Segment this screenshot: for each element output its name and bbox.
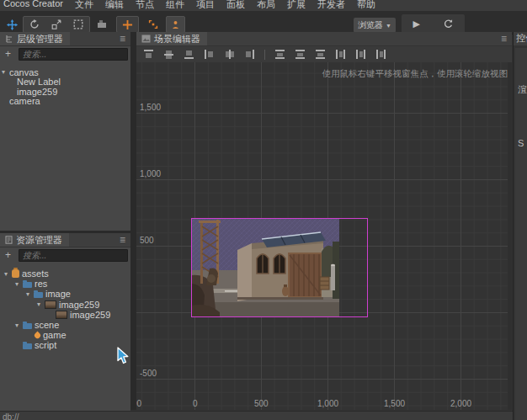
assets-title: 资源管理器 xyxy=(16,234,62,247)
menu-item[interactable]: 面板 xyxy=(226,0,245,11)
menu-bar: Cocos Creator 文件编辑节点组件项目面板布局扩展开发者帮助 xyxy=(0,0,527,11)
vertical-gutter[interactable] xyxy=(130,32,136,410)
x-axis-label: 1,500 xyxy=(384,399,405,408)
node-label: image259 xyxy=(70,310,110,320)
preview-target-dropdown[interactable]: 浏览器 ▼ xyxy=(354,18,396,33)
y-axis-label: -500 xyxy=(140,369,157,378)
scene-tab-title: 场景编辑器 xyxy=(154,33,200,45)
hierarchy-add-button[interactable]: + xyxy=(5,48,11,60)
y-axis-label: 500 xyxy=(140,236,154,245)
hierarchy-search-input[interactable] xyxy=(19,48,128,61)
main-toolbar: 浏览器 ▼ ▶ xyxy=(0,11,527,35)
distribute-hcenter-icon[interactable] xyxy=(355,49,366,60)
play-button[interactable]: ▶ xyxy=(413,19,419,29)
chevron-down-icon: ▼ xyxy=(386,23,391,29)
node-label: scene xyxy=(35,320,59,330)
scale-icon xyxy=(51,19,62,30)
expand-arrow-icon[interactable]: ▾ xyxy=(2,68,9,76)
pivot-toggle-button[interactable] xyxy=(91,16,113,33)
assets-add-button[interactable]: + xyxy=(5,249,11,261)
hierarchy-panel: 层级管理器 ≡ + ▾canvasNew Labelimage259camera xyxy=(0,32,130,231)
asset-node[interactable]: ▾image xyxy=(0,289,130,299)
expand-arrow-icon[interactable]: ▾ xyxy=(26,290,34,298)
node-label: image xyxy=(45,289,71,299)
align-bottom-icon[interactable] xyxy=(184,49,194,60)
assets-tree: ▾assets▾res▾image▾image259image259▾scene… xyxy=(0,267,130,411)
region-tool-button[interactable] xyxy=(143,16,162,33)
menu-item[interactable]: 布局 xyxy=(257,0,275,11)
right-panel-label-2: S xyxy=(518,138,524,148)
asset-node[interactable]: image259 xyxy=(0,310,130,320)
image-thumbnail-icon xyxy=(56,311,67,319)
menu-item[interactable]: 文件 xyxy=(75,0,93,11)
node-label: res xyxy=(35,279,47,289)
tab-right-panel[interactable]: 控件 xyxy=(514,32,527,45)
asset-path-bar: db:// xyxy=(0,411,513,420)
avatar-tool-button[interactable] xyxy=(166,16,185,33)
hierarchy-node[interactable]: ▾canvas xyxy=(0,67,130,77)
rotate-tool-button[interactable] xyxy=(24,17,45,32)
align-toolbar xyxy=(136,46,512,63)
hierarchy-menu-icon[interactable]: ≡ xyxy=(120,33,125,45)
scene-file-icon xyxy=(34,332,42,340)
add-node-button[interactable] xyxy=(116,16,139,33)
asset-node[interactable]: script xyxy=(0,340,130,350)
expand-arrow-icon[interactable]: ▾ xyxy=(4,270,12,278)
avatar-icon xyxy=(170,19,181,30)
assets-menu-icon[interactable]: ≡ xyxy=(120,234,125,246)
align-left-icon[interactable] xyxy=(204,49,215,60)
asset-node[interactable]: ▾scene xyxy=(0,320,130,330)
x-axis-label: 0 xyxy=(193,399,198,408)
expand-arrow-icon[interactable]: ▾ xyxy=(37,300,45,308)
distribute-right-icon[interactable] xyxy=(375,49,386,60)
node-label: New Label xyxy=(17,77,61,87)
node-label: image259 xyxy=(59,300,99,310)
x-axis-label: 1,000 xyxy=(317,399,338,408)
tab-hierarchy[interactable]: 层级管理器 xyxy=(0,32,70,45)
right-panel-label-1: 渲 xyxy=(518,83,527,96)
pivot-icon xyxy=(96,19,108,29)
scene-canvas[interactable]: 使用鼠标右键平移视窗焦点，使用滚轮缩放视图 1,5001,000500-500-… xyxy=(136,62,512,410)
menu-item[interactable]: 开发者 xyxy=(317,0,345,11)
y-axis-label: 1,000 xyxy=(140,169,161,178)
menu-item[interactable]: 项目 xyxy=(196,0,215,11)
selection-box[interactable] xyxy=(191,218,368,317)
scene-menu-icon[interactable]: ≡ xyxy=(501,33,507,45)
hierarchy-node[interactable]: New Label xyxy=(0,77,130,88)
gizmo-tool-group xyxy=(23,16,90,33)
y-axis-label: 1,500 xyxy=(140,103,161,112)
expand-arrow-icon[interactable]: ▾ xyxy=(15,322,23,329)
asset-node[interactable]: game xyxy=(0,330,130,340)
tab-scene-editor[interactable]: 场景编辑器 xyxy=(136,32,207,45)
align-right-icon[interactable] xyxy=(244,49,255,60)
hierarchy-node[interactable]: image259 xyxy=(0,87,130,97)
refresh-button[interactable] xyxy=(443,19,454,29)
rect-tool-button[interactable] xyxy=(67,17,89,32)
align-top-icon[interactable] xyxy=(143,49,154,60)
move-tool-button[interactable] xyxy=(3,16,21,33)
menu-item[interactable]: 扩展 xyxy=(287,0,306,11)
distribute-top-icon[interactable] xyxy=(274,49,285,60)
menu-item[interactable]: 节点 xyxy=(136,0,154,11)
asset-node[interactable]: ▾image259 xyxy=(0,300,130,310)
folder-icon xyxy=(23,323,32,329)
distribute-left-icon[interactable] xyxy=(335,49,346,60)
distribute-bottom-icon[interactable] xyxy=(315,49,326,60)
asset-node[interactable]: ▾res xyxy=(0,279,130,289)
corner-brackets-icon xyxy=(147,19,159,30)
menu-item[interactable]: 组件 xyxy=(166,0,184,11)
folder-icon xyxy=(23,282,32,288)
menu-item[interactable]: 编辑 xyxy=(105,0,124,11)
align-hcenter-icon[interactable] xyxy=(224,49,235,60)
distribute-vcenter-icon[interactable] xyxy=(295,49,306,60)
scene-scrollbar[interactable] xyxy=(508,62,512,410)
scale-tool-button[interactable] xyxy=(45,17,67,32)
assets-search-input[interactable] xyxy=(19,249,128,262)
menu-item[interactable]: 帮助 xyxy=(357,0,375,11)
expand-arrow-icon[interactable]: ▾ xyxy=(15,280,23,288)
asset-node[interactable]: ▾assets xyxy=(0,268,130,279)
align-vcenter-icon[interactable] xyxy=(163,49,174,60)
hierarchy-node[interactable]: camera xyxy=(0,97,130,107)
hierarchy-icon xyxy=(5,35,13,43)
tab-assets[interactable]: 资源管理器 xyxy=(0,233,69,247)
